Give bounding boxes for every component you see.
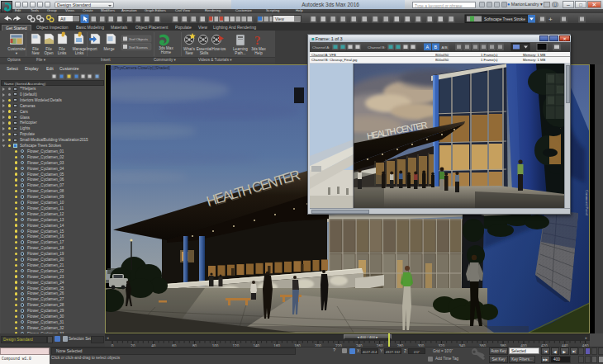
svg-text:Channel A:: Channel A: [312, 45, 330, 50]
svg-text:B: B [434, 45, 438, 50]
svg-text:A: A [426, 45, 430, 50]
svg-text:Channel B:: Channel B: [368, 45, 386, 50]
svg-text:A/B: A/B [442, 45, 448, 50]
svg-text:Xref Scenes: Xref Scenes [129, 45, 148, 50]
svg-text:Xref Objects: Xref Objects [129, 37, 148, 41]
svg-text:?: ? [254, 34, 261, 47]
svg-text:All: All [60, 16, 65, 21]
svg-text:View: View [275, 16, 284, 21]
svg-text:Softscape Trees Stroke: Softscape Trees Stroke [484, 17, 525, 21]
svg-text:+: + [548, 16, 553, 23]
